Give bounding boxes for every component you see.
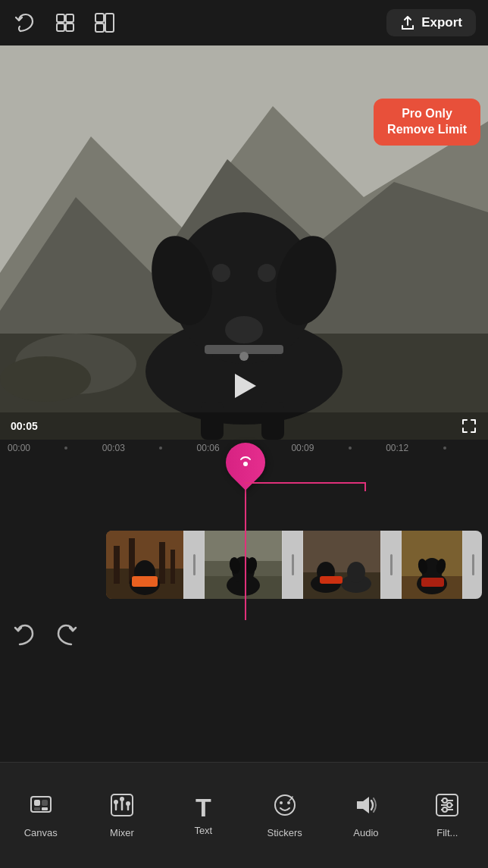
undo-icon[interactable] bbox=[12, 9, 39, 36]
current-time: 00:05 bbox=[11, 420, 38, 432]
svg-point-65 bbox=[280, 801, 283, 804]
stickers-icon bbox=[273, 793, 297, 823]
svg-rect-56 bbox=[34, 800, 40, 806]
svg-point-66 bbox=[287, 801, 290, 804]
video-preview: Pro Only Remove Limit 00:05 bbox=[0, 45, 488, 440]
playhead-icon bbox=[236, 452, 255, 473]
play-button[interactable] bbox=[225, 367, 263, 405]
ruler-mark-6: 00:06 bbox=[197, 443, 220, 453]
svg-rect-33 bbox=[132, 576, 158, 587]
svg-rect-5 bbox=[95, 24, 104, 32]
svg-point-17 bbox=[225, 316, 263, 343]
toolbar-item-mixer[interactable]: Mixer bbox=[81, 784, 162, 848]
svg-point-19 bbox=[258, 264, 276, 282]
svg-marker-67 bbox=[357, 797, 369, 813]
bracket-line bbox=[245, 482, 366, 484]
ruler-mark-3: 00:03 bbox=[102, 443, 125, 453]
svg-point-62 bbox=[120, 797, 124, 801]
play-triangle bbox=[235, 374, 256, 398]
svg-rect-3 bbox=[66, 24, 74, 31]
top-bar: Export bbox=[0, 0, 488, 45]
undo-button[interactable] bbox=[12, 623, 36, 650]
svg-point-72 bbox=[443, 798, 447, 803]
svg-point-24 bbox=[243, 462, 248, 466]
mixer-icon bbox=[110, 793, 134, 823]
svg-rect-6 bbox=[105, 14, 114, 32]
text-label: Text bbox=[194, 825, 212, 836]
toolbar-item-audio[interactable]: Audio bbox=[325, 784, 406, 848]
clip-3[interactable] bbox=[303, 531, 380, 599]
bottom-toolbar: Canvas Mixer T Text bbox=[0, 762, 488, 868]
clip-1-thumb bbox=[106, 531, 183, 599]
toolbar-item-stickers[interactable]: Stickers bbox=[244, 784, 325, 848]
toolbar-item-canvas[interactable]: Canvas bbox=[0, 784, 81, 848]
svg-rect-0 bbox=[57, 14, 64, 22]
clip-divider-2[interactable] bbox=[282, 531, 303, 599]
svg-point-61 bbox=[114, 800, 118, 804]
canvas-icon bbox=[29, 793, 53, 823]
svg-rect-54 bbox=[421, 578, 444, 587]
svg-rect-55 bbox=[31, 797, 51, 812]
undo-redo-row bbox=[12, 623, 79, 650]
svg-rect-57 bbox=[42, 800, 48, 806]
clip-1[interactable] bbox=[106, 531, 183, 599]
ruler-mark-12: 00:12 bbox=[386, 443, 408, 453]
frames-icon[interactable] bbox=[52, 9, 79, 36]
bracket-end bbox=[364, 482, 366, 491]
filter-label: Filt... bbox=[436, 827, 458, 838]
pro-badge[interactable]: Pro Only Remove Limit bbox=[374, 99, 480, 146]
playhead[interactable] bbox=[226, 443, 265, 620]
export-label: Export bbox=[421, 15, 462, 30]
svg-point-12 bbox=[0, 356, 91, 402]
svg-rect-47 bbox=[320, 576, 343, 584]
timeline-area: 00:00 00:03 00:06 00:09 00:12 bbox=[0, 440, 488, 682]
svg-point-21 bbox=[239, 352, 249, 361]
ruler-mark-0: 00:00 bbox=[8, 443, 30, 453]
top-bar-left bbox=[12, 9, 118, 36]
fullscreen-button[interactable] bbox=[461, 418, 477, 434]
playhead-line bbox=[245, 484, 246, 620]
svg-rect-2 bbox=[57, 24, 64, 31]
stickers-label: Stickers bbox=[267, 827, 302, 838]
svg-point-74 bbox=[443, 807, 447, 812]
time-row: 00:05 bbox=[0, 412, 488, 440]
clip-divider-3[interactable] bbox=[380, 531, 402, 599]
clip-strip: + bbox=[106, 531, 482, 599]
audio-icon bbox=[354, 793, 378, 823]
svg-rect-1 bbox=[66, 14, 74, 22]
redo-button[interactable] bbox=[55, 623, 79, 650]
svg-point-73 bbox=[447, 803, 452, 807]
svg-rect-59 bbox=[42, 807, 48, 810]
clip-divider-4[interactable] bbox=[462, 531, 482, 599]
svg-rect-4 bbox=[95, 14, 104, 22]
canvas-label: Canvas bbox=[24, 827, 58, 838]
export-button[interactable]: Export bbox=[386, 9, 476, 36]
svg-point-63 bbox=[126, 801, 130, 806]
layout-icon[interactable] bbox=[91, 9, 118, 36]
audio-label: Audio bbox=[353, 827, 378, 838]
svg-rect-27 bbox=[114, 546, 120, 584]
clip-4[interactable] bbox=[402, 531, 462, 599]
svg-rect-58 bbox=[34, 807, 40, 810]
filter-icon bbox=[435, 793, 459, 823]
toolbar-item-text[interactable]: T Text bbox=[163, 785, 244, 845]
svg-point-18 bbox=[212, 264, 230, 282]
svg-rect-29 bbox=[159, 542, 165, 584]
clip-divider-1[interactable] bbox=[183, 531, 205, 599]
mixer-label: Mixer bbox=[110, 827, 134, 838]
svg-point-46 bbox=[347, 562, 365, 583]
svg-rect-30 bbox=[170, 550, 175, 584]
video-frame: Pro Only Remove Limit 00:05 bbox=[0, 45, 488, 440]
toolbar-item-filter[interactable]: Filt... bbox=[407, 784, 488, 848]
ruler-mark-9: 00:09 bbox=[291, 443, 314, 453]
text-icon: T bbox=[196, 794, 211, 820]
